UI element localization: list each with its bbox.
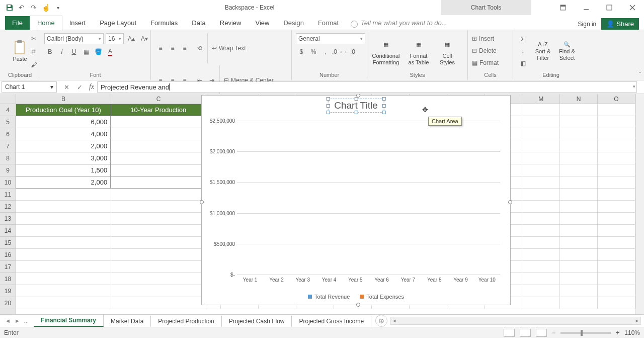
- undo-icon[interactable]: ↶: [16, 2, 27, 13]
- cell[interactable]: [110, 140, 205, 152]
- align-bottom-icon[interactable]: ≡: [179, 43, 190, 54]
- format-cells-button[interactable]: ▦ Format: [472, 57, 499, 68]
- cell[interactable]: [111, 225, 206, 237]
- tab-format[interactable]: Format: [311, 16, 346, 30]
- column-header[interactable]: N: [560, 94, 598, 104]
- cell[interactable]: [560, 116, 598, 128]
- tab-page-layout[interactable]: Page Layout: [93, 16, 143, 30]
- bold-button[interactable]: B: [44, 46, 55, 57]
- sheet-nav-next-icon[interactable]: ►: [15, 318, 20, 324]
- cell[interactable]: [560, 164, 598, 176]
- cell[interactable]: [598, 116, 635, 128]
- cell[interactable]: [16, 285, 111, 297]
- cell[interactable]: [522, 176, 560, 189]
- cell[interactable]: [111, 237, 206, 249]
- tab-home[interactable]: Home: [30, 16, 62, 30]
- cell[interactable]: [560, 104, 598, 116]
- cell[interactable]: [598, 201, 635, 213]
- normal-view-icon[interactable]: [504, 329, 515, 337]
- tab-review[interactable]: Review: [213, 16, 249, 30]
- cell[interactable]: 4,000: [16, 128, 111, 140]
- close-icon[interactable]: [621, 0, 644, 15]
- name-box[interactable]: Chart 1▾: [2, 81, 57, 93]
- row-header[interactable]: 6: [0, 128, 16, 140]
- chart-title[interactable]: Chart Title: [328, 99, 384, 113]
- cell[interactable]: [598, 285, 635, 297]
- row-header[interactable]: 20: [0, 297, 16, 309]
- cell[interactable]: [111, 249, 206, 261]
- sheet-tab[interactable]: Market Data: [104, 316, 151, 327]
- row-header[interactable]: 17: [0, 261, 16, 273]
- cell[interactable]: [522, 189, 560, 201]
- fill-icon[interactable]: ↓: [517, 46, 528, 57]
- sheet-tab[interactable]: Projected Gross Income: [292, 316, 371, 327]
- minimize-icon[interactable]: [575, 0, 598, 15]
- cell[interactable]: [110, 128, 205, 140]
- sheet-nav-more[interactable]: ...: [24, 318, 29, 324]
- cell[interactable]: [522, 249, 560, 261]
- tab-insert[interactable]: Insert: [62, 16, 93, 30]
- expand-formula-bar-icon[interactable]: ▾: [633, 84, 635, 89]
- row-header[interactable]: 8: [0, 152, 16, 164]
- cell[interactable]: [111, 297, 206, 309]
- cell[interactable]: [522, 128, 560, 140]
- tab-formulas[interactable]: Formulas: [143, 16, 185, 30]
- cell[interactable]: [560, 140, 598, 152]
- cell[interactable]: [560, 201, 598, 213]
- row-header[interactable]: 13: [0, 213, 16, 225]
- accounting-format-icon[interactable]: $: [296, 46, 307, 57]
- row-headers[interactable]: 4567891011121314151617181920: [0, 104, 16, 314]
- cell[interactable]: [522, 140, 560, 152]
- horizontal-scrollbar[interactable]: ◄►: [390, 317, 641, 325]
- cell[interactable]: 1,500: [16, 164, 111, 176]
- cell[interactable]: [16, 201, 111, 213]
- row-header[interactable]: 15: [0, 237, 16, 249]
- cell[interactable]: [16, 189, 111, 201]
- cell[interactable]: [111, 189, 206, 201]
- cell[interactable]: [560, 249, 598, 261]
- vertical-scrollbar[interactable]: [635, 94, 644, 314]
- cell[interactable]: [522, 164, 560, 176]
- cell[interactable]: [110, 116, 205, 128]
- redo-icon[interactable]: ↷: [28, 2, 39, 13]
- decrease-font-icon[interactable]: A▾: [139, 33, 150, 44]
- row-header[interactable]: 9: [0, 164, 16, 176]
- font-name-combo[interactable]: Calibri (Body)▾: [44, 33, 104, 44]
- cell[interactable]: [110, 176, 205, 189]
- insert-cells-button[interactable]: ⊞ Insert: [472, 33, 494, 44]
- collapse-ribbon-icon[interactable]: ˆ: [639, 71, 641, 78]
- formula-input[interactable]: Projected Revenue and ▾: [97, 81, 637, 93]
- cell[interactable]: [522, 201, 560, 213]
- column-header[interactable]: O: [598, 94, 635, 104]
- tab-file[interactable]: File: [5, 16, 30, 30]
- font-color-icon[interactable]: A: [105, 46, 116, 57]
- cell[interactable]: [560, 189, 598, 201]
- cell[interactable]: [598, 249, 635, 261]
- zoom-in-icon[interactable]: +: [616, 329, 619, 336]
- sort-filter-button[interactable]: A↓Z Sort & Filter: [531, 39, 554, 62]
- cell[interactable]: [16, 249, 111, 261]
- italic-button[interactable]: I: [56, 46, 67, 57]
- tab-view[interactable]: View: [248, 16, 276, 30]
- cell[interactable]: [522, 273, 560, 285]
- page-break-view-icon[interactable]: [536, 329, 547, 337]
- maximize-icon[interactable]: [598, 0, 621, 15]
- find-select-button[interactable]: 🔍 Find & Select: [555, 39, 579, 62]
- cell[interactable]: [598, 237, 635, 249]
- new-sheet-button[interactable]: ⊕: [375, 315, 387, 327]
- row-header[interactable]: 5: [0, 116, 16, 128]
- format-painter-icon[interactable]: 🖌: [28, 59, 39, 70]
- cell[interactable]: [598, 297, 635, 309]
- fill-color-icon[interactable]: 🪣: [93, 46, 104, 57]
- cell[interactable]: [110, 164, 205, 176]
- sheet-tab[interactable]: Projected Cash Flow: [222, 316, 292, 327]
- cell[interactable]: [598, 104, 635, 116]
- cell[interactable]: [111, 285, 206, 297]
- cell[interactable]: [560, 273, 598, 285]
- format-as-table-button[interactable]: ▦ Format as Table: [404, 35, 434, 67]
- cut-icon[interactable]: ✂: [28, 33, 39, 44]
- cell[interactable]: [598, 213, 635, 225]
- fx-icon[interactable]: fx: [89, 83, 94, 91]
- zoom-slider[interactable]: [560, 332, 611, 334]
- cell[interactable]: [560, 225, 598, 237]
